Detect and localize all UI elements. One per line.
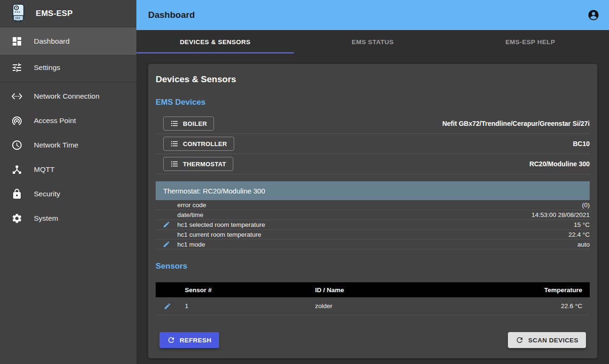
edit-pencil-icon[interactable] xyxy=(164,302,171,310)
tab-ems-esp-help[interactable]: EMS-ESP HELP xyxy=(451,30,609,54)
app-bar: Dashboard xyxy=(136,0,609,30)
sidebar-logo-row: EMS-ESP xyxy=(0,0,136,27)
action-bar: REFRESH SCAN DEVICES xyxy=(156,320,590,351)
boiler-logo-icon xyxy=(10,3,26,24)
refresh-button[interactable]: REFRESH xyxy=(159,332,219,348)
device-model: RC20/Moduline 300 xyxy=(530,160,590,168)
entity-name: hc1 mode xyxy=(177,241,577,248)
refresh-icon xyxy=(167,336,175,344)
column-header-sensor-num: Sensor # xyxy=(185,287,315,294)
device-row-controller: CONTROLLER BC10 xyxy=(156,134,590,154)
refresh-icon xyxy=(515,336,524,344)
entity-value: auto xyxy=(577,241,590,248)
app-window: EMS-ESP Dashboard Settings Network Conne… xyxy=(0,0,609,364)
account-circle-icon[interactable] xyxy=(587,9,600,21)
sidebar-item-system[interactable]: System xyxy=(0,206,136,231)
sidebar-item-network-time[interactable]: Network Time xyxy=(0,133,136,157)
sidebar: EMS-ESP Dashboard Settings Network Conne… xyxy=(0,0,136,364)
sensor-temperature: 22.6 °C xyxy=(500,302,590,310)
page-title: Dashboard xyxy=(148,10,195,20)
entity-value: 15 °C xyxy=(574,221,590,228)
app-title: EMS-ESP xyxy=(36,9,73,18)
devices-sensors-card: Devices & Sensors EMS Devices BOILER Nef… xyxy=(148,64,597,358)
device-button-label: CONTROLLER xyxy=(183,140,227,147)
table-row: 1 zolder 22.6 °C xyxy=(156,297,590,315)
tab-label: EMS-ESP HELP xyxy=(506,39,555,46)
entity-name: hc1 current room temperature xyxy=(177,231,569,238)
content-area: Devices & Sensors EMS Devices BOILER Nef… xyxy=(136,54,609,364)
active-tab-indicator xyxy=(136,52,294,54)
tab-label: DEVICES & SENSORS xyxy=(180,39,250,46)
table-row: hc1 selected room temperature 15 °C xyxy=(156,220,590,230)
boiler-device-button[interactable]: BOILER xyxy=(163,116,214,131)
table-row: error code (0) xyxy=(156,200,590,210)
column-header-id-name: ID / Name xyxy=(315,287,500,294)
lock-icon xyxy=(11,188,23,200)
tune-icon xyxy=(11,62,23,73)
tab-devices-sensors[interactable]: DEVICES & SENSORS xyxy=(136,30,294,54)
gear-icon xyxy=(11,213,23,224)
ems-device-list: BOILER Nefit GBx72/Trendline/Cerapur/Gre… xyxy=(156,114,590,174)
sidebar-item-network-connection[interactable]: Network Connection xyxy=(0,84,136,108)
sidebar-item-label: MQTT xyxy=(34,165,55,174)
refresh-button-label: REFRESH xyxy=(180,337,212,344)
table-row: hc1 mode auto xyxy=(156,240,590,249)
sidebar-item-mqtt[interactable]: MQTT xyxy=(0,157,136,182)
tab-ems-status[interactable]: EMS STATUS xyxy=(294,30,451,54)
scan-devices-button-label: SCAN DEVICES xyxy=(528,337,578,344)
device-button-label: BOILER xyxy=(183,120,207,127)
sidebar-item-label: Security xyxy=(34,190,60,198)
device-button-label: THERMOSTAT xyxy=(183,161,226,168)
table-row: hc1 current room temperature 22.4 °C xyxy=(156,230,590,240)
controller-device-button[interactable]: CONTROLLER xyxy=(163,137,234,151)
list-icon xyxy=(170,139,179,148)
device-model: Nefit GBx72/Trendline/Cerapur/Greenstar … xyxy=(442,120,590,127)
tab-bar: DEVICES & SENSORS EMS STATUS EMS-ESP HEL… xyxy=(136,30,609,54)
sidebar-divider xyxy=(0,82,136,82)
sensors-table-header: Sensor # ID / Name Temperature xyxy=(156,282,590,297)
scan-devices-button[interactable]: SCAN DEVICES xyxy=(508,332,586,348)
device-row-thermostat: THERMOSTAT RC20/Moduline 300 xyxy=(156,154,590,174)
sidebar-item-label: Settings xyxy=(34,63,60,72)
sidebar-item-label: Dashboard xyxy=(34,37,70,46)
sidebar-item-settings[interactable]: Settings xyxy=(0,55,136,80)
entity-name: error code xyxy=(177,201,582,209)
dashboard-icon xyxy=(11,36,23,47)
sidebar-item-dashboard[interactable]: Dashboard xyxy=(0,27,136,55)
entity-value: (0) xyxy=(582,201,590,209)
entity-name: date/time xyxy=(177,211,531,218)
ems-devices-heading: EMS Devices xyxy=(156,98,590,107)
device-model: BC10 xyxy=(573,140,590,147)
column-header-temperature: Temperature xyxy=(500,287,590,294)
device-row-boiler: BOILER Nefit GBx72/Trendline/Cerapur/Gre… xyxy=(156,114,590,134)
entity-name: hc1 selected room temperature xyxy=(177,221,574,228)
sensor-num: 1 xyxy=(185,302,315,310)
sidebar-item-label: Network Connection xyxy=(34,92,100,101)
thermostat-device-button[interactable]: THERMOSTAT xyxy=(163,157,233,171)
device-detail-table: error code (0) date/time 14:53:00 28/08/… xyxy=(156,200,590,249)
sensors-table: Sensor # ID / Name Temperature 1 zolder … xyxy=(156,278,590,315)
card-title: Devices & Sensors xyxy=(156,74,590,85)
sidebar-item-access-point[interactable]: Access Point xyxy=(0,108,136,133)
sidebar-item-label: Access Point xyxy=(34,116,76,125)
edit-pencil-icon[interactable] xyxy=(163,240,170,248)
entity-value: 14:53:00 28/08/2021 xyxy=(531,211,590,218)
wifi-tethering-icon xyxy=(11,115,23,126)
sensors-heading: Sensors xyxy=(156,262,590,271)
list-icon xyxy=(170,160,179,168)
hub-icon xyxy=(11,164,23,175)
table-row: date/time 14:53:00 28/08/2021 xyxy=(156,210,590,220)
clock-icon xyxy=(11,139,23,151)
sidebar-item-label: System xyxy=(34,214,58,223)
device-detail-header: Thermostat: RC20/Moduline 300 xyxy=(156,181,590,200)
sensor-name: zolder xyxy=(315,302,500,310)
sidebar-item-label: Network Time xyxy=(34,141,79,149)
list-icon xyxy=(170,119,179,128)
edit-pencil-icon[interactable] xyxy=(163,221,170,228)
ethernet-icon xyxy=(11,91,23,102)
entity-value: 22.4 °C xyxy=(569,231,590,238)
sidebar-item-security[interactable]: Security xyxy=(0,182,136,206)
main-column: Dashboard DEVICES & SENSORS EMS STATUS E… xyxy=(136,0,609,364)
tab-label: EMS STATUS xyxy=(352,39,394,46)
